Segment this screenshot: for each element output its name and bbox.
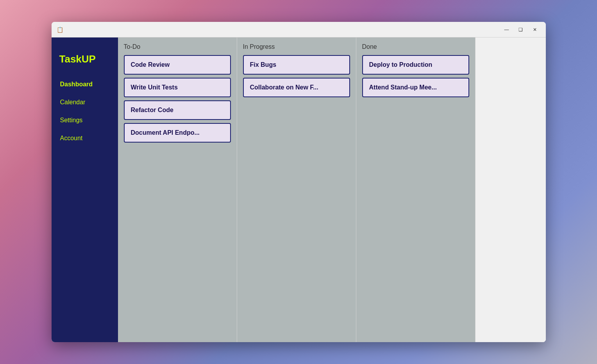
task-card[interactable]: Document API Endpo... [124, 123, 231, 143]
task-card[interactable]: Attend Stand-up Mee... [362, 78, 469, 97]
column-done: Done Deploy to Production Attend Stand-u… [356, 37, 475, 342]
title-bar: 📋 — ❑ ✕ [52, 22, 546, 37]
sidebar-nav: Dashboard Calendar Settings Account [52, 77, 118, 146]
app-body: TaskUP Dashboard Calendar Settings Accou… [52, 37, 546, 342]
kanban-board: To-Do Code Review Write Unit Tests Refac… [118, 37, 546, 342]
column-inprogress: In Progress Fix Bugs Collaborate on New … [237, 37, 356, 342]
sidebar-item-settings[interactable]: Settings [55, 113, 114, 128]
task-card[interactable]: Refactor Code [124, 100, 231, 120]
task-card[interactable]: Fix Bugs [243, 55, 350, 75]
window-controls: — ❑ ✕ [500, 24, 541, 35]
sidebar: TaskUP Dashboard Calendar Settings Accou… [52, 37, 118, 342]
task-card[interactable]: Write Unit Tests [124, 78, 231, 97]
app-icon: 📋 [56, 26, 64, 34]
column-todo: To-Do Code Review Write Unit Tests Refac… [118, 37, 237, 342]
task-card[interactable]: Deploy to Production [362, 55, 469, 75]
maximize-button[interactable]: ❑ [515, 24, 527, 35]
sidebar-item-calendar[interactable]: Calendar [55, 95, 114, 110]
task-card[interactable]: Collaborate on New F... [243, 78, 350, 97]
extra-space [475, 37, 546, 342]
column-header-todo: To-Do [124, 43, 231, 50]
app-window: 📋 — ❑ ✕ TaskUP Dashboard Calendar [52, 22, 546, 342]
minimize-button[interactable]: — [500, 24, 513, 35]
close-button[interactable]: ✕ [529, 24, 541, 35]
sidebar-item-dashboard[interactable]: Dashboard [55, 77, 114, 92]
main-content: To-Do Code Review Write Unit Tests Refac… [118, 37, 546, 342]
column-header-done: Done [362, 43, 469, 50]
task-card[interactable]: Code Review [124, 55, 231, 75]
column-header-inprogress: In Progress [243, 43, 350, 50]
sidebar-item-account[interactable]: Account [55, 131, 114, 146]
app-logo: TaskUP [52, 49, 118, 77]
